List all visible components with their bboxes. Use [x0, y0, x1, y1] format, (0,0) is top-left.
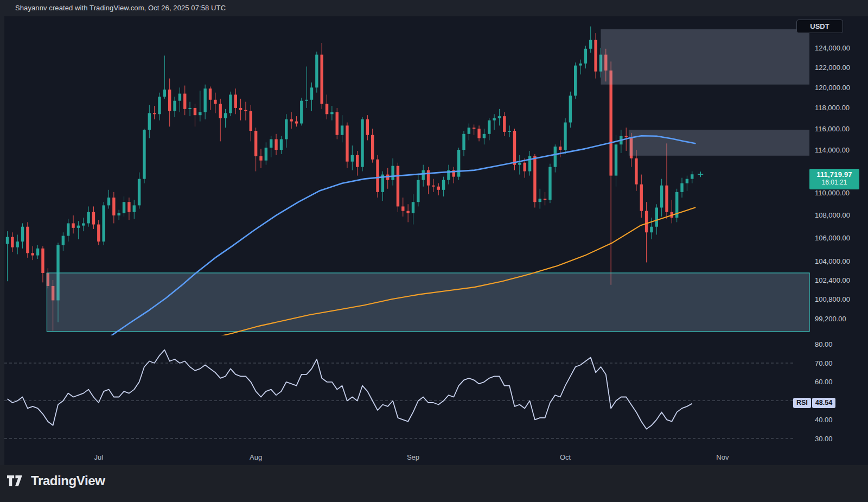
bar-close-countdown: 16:01:21 [809, 179, 859, 186]
candle-body [219, 104, 222, 118]
candle-body [123, 202, 125, 213]
candle-body [143, 130, 145, 179]
candle-body [244, 110, 247, 111]
tradingview-logo-icon [7, 473, 25, 488]
price-axis-label: 108,000.00 [815, 211, 850, 219]
candle-body [417, 180, 419, 202]
candle-body [513, 131, 516, 165]
candle-body [62, 236, 65, 245]
candle-body [102, 205, 105, 242]
candle-body [488, 120, 490, 134]
price-axis-label: 116,000.00 [815, 125, 850, 133]
candle-body [493, 118, 495, 120]
price-chart-canvas[interactable]: 124,000.00122,000.00120,000.00118,000.00… [0, 0, 868, 502]
resistance-zone-mid[interactable] [629, 130, 809, 156]
candle-body [31, 253, 34, 255]
candle-body [107, 198, 110, 205]
candle-body [330, 112, 333, 115]
candle-body [188, 108, 191, 109]
price-axis-label: 118,000.00 [815, 104, 850, 112]
candle-body [640, 185, 643, 211]
candle-body [36, 249, 39, 256]
candle-body [163, 90, 166, 97]
candle-body [26, 227, 29, 253]
candle-body [77, 226, 80, 228]
candle-body [285, 119, 288, 139]
candle-body [310, 87, 313, 99]
candle-body [518, 163, 521, 165]
candle-body [366, 119, 369, 135]
candle-body [544, 199, 546, 200]
candle-body [564, 123, 566, 150]
candle-body [655, 207, 658, 226]
candle-body [265, 148, 267, 161]
candle-body [508, 131, 510, 132]
candle-body [579, 63, 582, 66]
price-axis-label: 100,800.00 [815, 295, 850, 303]
candle-body [406, 211, 409, 213]
tradingview-chart-screen: Shayannv created with TradingView.com, O… [0, 0, 868, 502]
rsi-axis-label: 40.00 [815, 416, 833, 424]
candle-body [432, 186, 435, 187]
candle-body [203, 88, 206, 112]
candle-body [498, 116, 501, 118]
candle-body [412, 202, 414, 213]
candle-body [397, 166, 399, 207]
candle-body [183, 94, 186, 109]
price-axis-label: 102,400.00 [815, 276, 850, 284]
time-axis-month-label: Nov [716, 453, 729, 461]
candle-body [127, 202, 130, 212]
candle-body [11, 237, 14, 247]
candle-body [72, 223, 74, 227]
candle-body [437, 187, 440, 190]
candle-body [569, 96, 572, 122]
rsi-axis-label: 30.00 [815, 435, 833, 443]
last-price-value: 111,719.97 [809, 170, 859, 179]
candle-body [548, 167, 551, 200]
candle-body [645, 211, 648, 233]
time-axis-month-label: Aug [250, 453, 262, 461]
candle-body [234, 94, 237, 108]
candle-body [194, 108, 196, 115]
candle-body [376, 160, 379, 192]
candle-body [158, 97, 161, 114]
currency-toggle-button[interactable]: USDT [796, 20, 843, 33]
candle-body [468, 128, 470, 134]
candle-body [224, 113, 227, 118]
resistance-zone-upper[interactable] [601, 29, 809, 85]
candle-body [691, 174, 693, 179]
candle-body [295, 122, 298, 124]
candle-body [625, 136, 628, 137]
candle-body [214, 100, 216, 104]
rsi-axis-label: 60.00 [815, 378, 833, 386]
candle-body [16, 242, 19, 247]
candle-body [346, 125, 348, 161]
candle-body [168, 90, 171, 111]
candle-body [138, 179, 141, 206]
candle-body [574, 66, 577, 96]
candle-body [554, 147, 557, 167]
candle-body [21, 227, 24, 242]
tradingview-logo[interactable]: TradingView [7, 473, 105, 488]
candle-body [92, 212, 95, 225]
candle-body [559, 147, 561, 150]
candle-body [680, 183, 683, 192]
candle-body [589, 40, 592, 49]
candle-body [524, 163, 526, 171]
price-axis-label: 99,200.00 [815, 315, 846, 323]
candle-body [615, 144, 617, 175]
candle-body [178, 94, 181, 101]
candle-body [82, 223, 85, 225]
candle-body [660, 186, 663, 208]
price-axis-label: 124,000.00 [815, 44, 850, 52]
candle-body [259, 156, 262, 161]
time-axis-month-label: Oct [560, 453, 571, 461]
attribution-bar: Shayannv created with TradingView.com, O… [0, 0, 868, 16]
price-axis-label: 120,000.00 [815, 84, 850, 92]
candle-body [254, 131, 257, 156]
candle-body [133, 205, 136, 212]
candle-body [401, 206, 404, 211]
price-axis-label: 122,000.00 [815, 63, 850, 72]
candle-body [321, 55, 323, 104]
rsi-value-badge: RSI 48.54 [793, 398, 835, 408]
